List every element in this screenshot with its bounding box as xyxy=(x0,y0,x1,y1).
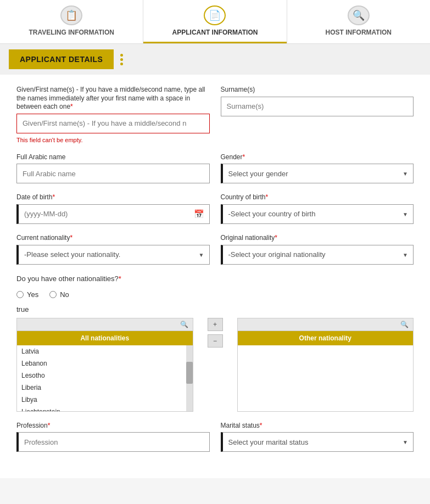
applicant-details-button[interactable]: APPLICANT DETAILS xyxy=(9,49,114,69)
group-current-nat: Current nationality* -Please select your… xyxy=(16,234,210,265)
current-nat-wrapper: -Please select your nationality. xyxy=(16,245,210,265)
group-original-nat: Original nationality* -Select your origi… xyxy=(221,234,414,265)
current-nat-label: Current nationality* xyxy=(16,234,210,243)
row-profession-marital: Profession* Marital status* Select your … xyxy=(16,422,414,452)
group-profession: Profession* xyxy=(16,422,210,452)
nationality-boxes-row: 🔍 All nationalities Latvia Lebanon Lesot… xyxy=(16,318,414,412)
group-given-name: Given/First name(s) - If you have a midd… xyxy=(16,86,210,143)
all-nationalities-box: 🔍 All nationalities Latvia Lebanon Lesot… xyxy=(16,318,193,412)
top-navigation: 📋 TRAVELING INFORMATION 📄 APPLICANT INFO… xyxy=(0,0,430,44)
group-dob: Date of birth* 📅 xyxy=(16,193,210,224)
surname-label: Surname(s) xyxy=(221,86,414,94)
group-cob: Country of birth* -Select your country o… xyxy=(221,193,414,224)
yes-radio-label[interactable]: Yes xyxy=(16,290,38,299)
list-item[interactable]: Lebanon xyxy=(17,357,193,369)
gender-label: Gender* xyxy=(221,153,414,162)
nat-transfer-controls: + − xyxy=(204,318,226,348)
section-header: APPLICANT DETAILS xyxy=(0,44,430,75)
section-menu-dots[interactable] xyxy=(120,54,123,65)
nat-remove-button[interactable]: − xyxy=(208,334,223,348)
dob-wrapper: 📅 xyxy=(16,204,210,224)
all-nat-search-icon: 🔍 xyxy=(180,321,188,328)
applicant-icon: 📄 xyxy=(204,5,226,25)
no-radio-label[interactable]: No xyxy=(49,290,69,299)
all-nat-scrollbar-thumb xyxy=(186,362,193,384)
original-nat-wrapper: -Select your original nationality xyxy=(221,245,414,265)
all-nat-search-input[interactable] xyxy=(21,321,180,328)
dot-3 xyxy=(120,63,123,65)
group-other-nat-question: Do you have other nationalities?* Yes No xyxy=(16,275,414,299)
dob-input[interactable] xyxy=(16,204,210,224)
list-item[interactable]: Liechtenstein xyxy=(17,406,193,411)
gender-select[interactable]: Select your gender xyxy=(221,164,414,183)
surname-input[interactable] xyxy=(221,97,414,116)
all-nat-search-bar: 🔍 xyxy=(17,318,193,331)
group-gender: Gender* Select your gender xyxy=(221,153,414,184)
row-name: Given/First name(s) - If you have a midd… xyxy=(16,86,414,143)
host-label: HOST INFORMATION xyxy=(326,29,392,36)
row-arabic-gender: Full Arabic name Gender* Select your gen… xyxy=(16,153,414,184)
arabic-name-input[interactable] xyxy=(16,164,210,183)
tab-traveling[interactable]: 📋 TRAVELING INFORMATION xyxy=(0,0,143,43)
marital-label: Marital status* xyxy=(221,422,414,430)
list-item[interactable]: Liberia xyxy=(17,382,193,394)
gender-select-wrapper: Select your gender xyxy=(221,164,414,183)
list-item[interactable]: Lesotho xyxy=(17,369,193,382)
other-nat-header: Other nationality xyxy=(238,331,414,345)
applicant-label: APPLICANT INFORMATION xyxy=(172,29,258,36)
tab-applicant[interactable]: 📄 APPLICANT INFORMATION xyxy=(143,0,286,43)
no-radio[interactable] xyxy=(49,291,57,298)
host-icon: 🔍 xyxy=(348,5,370,25)
all-nat-scrollbar[interactable] xyxy=(186,345,193,411)
dot-2 xyxy=(120,58,123,61)
group-arabic-name: Full Arabic name xyxy=(16,153,210,184)
other-nat-radio-group: Yes No xyxy=(16,290,414,299)
other-nat-search-input[interactable] xyxy=(242,321,401,328)
marital-select[interactable]: Select your marital status xyxy=(221,432,414,452)
traveling-icon: 📋 xyxy=(60,5,82,25)
profession-input[interactable] xyxy=(16,432,210,452)
current-nat-select[interactable]: -Please select your nationality. xyxy=(16,245,210,265)
list-item[interactable]: Latvia xyxy=(17,345,193,357)
row-dob-cob: Date of birth* 📅 Country of birth* -Sele… xyxy=(16,193,414,224)
arabic-name-label: Full Arabic name xyxy=(16,153,210,162)
row-nationality: Current nationality* -Please select your… xyxy=(16,234,414,265)
true-value-label: true xyxy=(16,305,414,313)
all-nat-list: Latvia Lebanon Lesotho Liberia Libya Lie… xyxy=(17,345,193,411)
given-name-input[interactable] xyxy=(16,114,210,133)
given-name-label: Given/First name(s) - If you have a midd… xyxy=(16,86,210,111)
group-marital: Marital status* Select your marital stat… xyxy=(221,422,414,452)
other-nat-list xyxy=(238,345,414,411)
original-nat-label: Original nationality* xyxy=(221,234,414,243)
dob-label: Date of birth* xyxy=(16,193,210,202)
tab-host[interactable]: 🔍 HOST INFORMATION xyxy=(287,0,430,43)
nationality-section: true 🔍 All nationalities Latvia Lebanon … xyxy=(16,305,414,412)
nat-add-button[interactable]: + xyxy=(208,318,223,331)
traveling-label: TRAVELING INFORMATION xyxy=(29,29,114,36)
other-nat-search-icon: 🔍 xyxy=(400,321,409,328)
other-nat-question-label: Do you have other nationalities?* xyxy=(16,275,414,283)
given-name-error: This field can't be empty. xyxy=(16,137,210,143)
form-area: Given/First name(s) - If you have a midd… xyxy=(0,75,430,478)
profession-label: Profession* xyxy=(16,422,210,430)
list-item[interactable]: Libya xyxy=(17,394,193,406)
cob-select-wrapper: -Select your country of birth xyxy=(221,204,414,224)
other-nat-search-bar: 🔍 xyxy=(238,318,414,331)
marital-select-wrapper: Select your marital status xyxy=(221,432,414,452)
dot-1 xyxy=(120,54,123,57)
cob-select[interactable]: -Select your country of birth xyxy=(221,204,414,224)
all-nat-header: All nationalities xyxy=(17,331,193,345)
group-surname: Surname(s) xyxy=(221,86,414,143)
other-nationality-box: 🔍 Other nationality xyxy=(237,318,414,412)
yes-radio[interactable] xyxy=(16,291,24,298)
original-nat-select[interactable]: -Select your original nationality xyxy=(221,245,414,265)
cob-label: Country of birth* xyxy=(221,193,414,202)
